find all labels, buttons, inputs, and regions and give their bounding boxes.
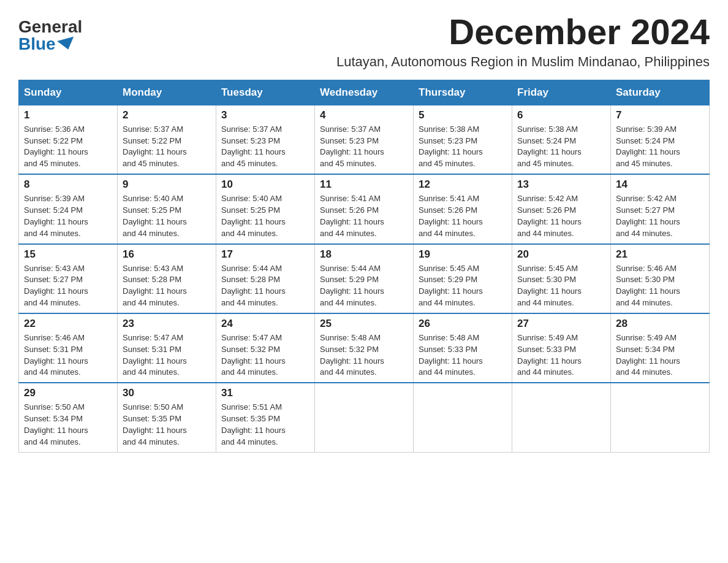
day-info: Sunrise: 5:38 AM Sunset: 5:24 PM Dayligh… bbox=[517, 124, 605, 170]
weekday-header-saturday: Saturday bbox=[611, 80, 710, 105]
calendar-week-row: 8 Sunrise: 5:39 AM Sunset: 5:24 PM Dayli… bbox=[19, 174, 710, 243]
calendar-cell: 17 Sunrise: 5:44 AM Sunset: 5:28 PM Dayl… bbox=[216, 244, 315, 313]
weekday-header-monday: Monday bbox=[118, 80, 216, 105]
calendar-cell: 30 Sunrise: 5:50 AM Sunset: 5:35 PM Dayl… bbox=[118, 383, 216, 452]
day-number: 20 bbox=[517, 248, 605, 261]
weekday-header-wednesday: Wednesday bbox=[315, 80, 414, 105]
day-info: Sunrise: 5:51 AM Sunset: 5:35 PM Dayligh… bbox=[221, 402, 309, 448]
calendar-week-row: 22 Sunrise: 5:46 AM Sunset: 5:31 PM Dayl… bbox=[19, 313, 710, 383]
page-header: General Blue December 2024 Lutayan, Auto… bbox=[18, 12, 710, 70]
weekday-header-tuesday: Tuesday bbox=[216, 80, 315, 105]
day-number: 27 bbox=[517, 318, 605, 330]
day-info: Sunrise: 5:46 AM Sunset: 5:30 PM Dayligh… bbox=[616, 263, 704, 309]
day-number: 4 bbox=[320, 109, 408, 121]
calendar-cell: 5 Sunrise: 5:38 AM Sunset: 5:23 PM Dayli… bbox=[414, 105, 512, 174]
day-number: 3 bbox=[221, 109, 309, 121]
day-info: Sunrise: 5:48 AM Sunset: 5:33 PM Dayligh… bbox=[419, 332, 507, 378]
day-info: Sunrise: 5:40 AM Sunset: 5:25 PM Dayligh… bbox=[123, 193, 211, 239]
day-info: Sunrise: 5:49 AM Sunset: 5:34 PM Dayligh… bbox=[616, 332, 704, 378]
logo: General Blue bbox=[18, 18, 82, 53]
day-info: Sunrise: 5:45 AM Sunset: 5:30 PM Dayligh… bbox=[517, 263, 605, 309]
calendar-cell: 6 Sunrise: 5:38 AM Sunset: 5:24 PM Dayli… bbox=[512, 105, 611, 174]
calendar-cell: 28 Sunrise: 5:49 AM Sunset: 5:34 PM Dayl… bbox=[611, 313, 710, 383]
calendar-cell: 23 Sunrise: 5:47 AM Sunset: 5:31 PM Dayl… bbox=[118, 313, 216, 383]
calendar-cell: 13 Sunrise: 5:42 AM Sunset: 5:26 PM Dayl… bbox=[512, 174, 611, 243]
day-number: 16 bbox=[123, 248, 211, 261]
weekday-header-friday: Friday bbox=[512, 80, 611, 105]
logo-blue-text: Blue bbox=[18, 36, 75, 53]
day-info: Sunrise: 5:36 AM Sunset: 5:22 PM Dayligh… bbox=[24, 124, 112, 170]
calendar-cell: 25 Sunrise: 5:48 AM Sunset: 5:32 PM Dayl… bbox=[315, 313, 414, 383]
day-info: Sunrise: 5:37 AM Sunset: 5:23 PM Dayligh… bbox=[221, 124, 309, 170]
calendar-cell: 15 Sunrise: 5:43 AM Sunset: 5:27 PM Dayl… bbox=[19, 244, 118, 313]
day-number: 31 bbox=[221, 387, 309, 399]
logo-general-text: General bbox=[18, 18, 82, 36]
calendar-cell: 18 Sunrise: 5:44 AM Sunset: 5:29 PM Dayl… bbox=[315, 244, 414, 313]
calendar-week-row: 1 Sunrise: 5:36 AM Sunset: 5:22 PM Dayli… bbox=[19, 105, 710, 174]
calendar-cell: 9 Sunrise: 5:40 AM Sunset: 5:25 PM Dayli… bbox=[118, 174, 216, 243]
day-info: Sunrise: 5:42 AM Sunset: 5:26 PM Dayligh… bbox=[517, 193, 605, 239]
day-number: 29 bbox=[24, 387, 112, 399]
calendar-cell bbox=[414, 383, 512, 452]
day-number: 8 bbox=[24, 178, 112, 191]
calendar-cell: 20 Sunrise: 5:45 AM Sunset: 5:30 PM Dayl… bbox=[512, 244, 611, 313]
day-number: 10 bbox=[221, 178, 309, 191]
calendar-cell: 11 Sunrise: 5:41 AM Sunset: 5:26 PM Dayl… bbox=[315, 174, 414, 243]
day-number: 25 bbox=[320, 318, 408, 330]
calendar-week-row: 15 Sunrise: 5:43 AM Sunset: 5:27 PM Dayl… bbox=[19, 244, 710, 313]
day-info: Sunrise: 5:47 AM Sunset: 5:31 PM Dayligh… bbox=[123, 332, 211, 378]
calendar-table: SundayMondayTuesdayWednesdayThursdayFrid… bbox=[18, 80, 710, 453]
calendar-cell: 3 Sunrise: 5:37 AM Sunset: 5:23 PM Dayli… bbox=[216, 105, 315, 174]
day-number: 6 bbox=[517, 109, 605, 121]
day-number: 24 bbox=[221, 318, 309, 330]
calendar-cell: 8 Sunrise: 5:39 AM Sunset: 5:24 PM Dayli… bbox=[19, 174, 118, 243]
calendar-cell: 14 Sunrise: 5:42 AM Sunset: 5:27 PM Dayl… bbox=[611, 174, 710, 243]
day-number: 11 bbox=[320, 178, 408, 191]
calendar-cell: 7 Sunrise: 5:39 AM Sunset: 5:24 PM Dayli… bbox=[611, 105, 710, 174]
day-info: Sunrise: 5:44 AM Sunset: 5:28 PM Dayligh… bbox=[221, 263, 309, 309]
day-info: Sunrise: 5:37 AM Sunset: 5:22 PM Dayligh… bbox=[123, 124, 211, 170]
day-number: 21 bbox=[616, 248, 704, 261]
calendar-cell: 29 Sunrise: 5:50 AM Sunset: 5:34 PM Dayl… bbox=[19, 383, 118, 452]
weekday-header-sunday: Sunday bbox=[19, 80, 118, 105]
day-number: 2 bbox=[123, 109, 211, 121]
calendar-cell: 1 Sunrise: 5:36 AM Sunset: 5:22 PM Dayli… bbox=[19, 105, 118, 174]
calendar-cell: 22 Sunrise: 5:46 AM Sunset: 5:31 PM Dayl… bbox=[19, 313, 118, 383]
day-info: Sunrise: 5:37 AM Sunset: 5:23 PM Dayligh… bbox=[320, 124, 408, 170]
day-info: Sunrise: 5:42 AM Sunset: 5:27 PM Dayligh… bbox=[616, 193, 704, 239]
day-info: Sunrise: 5:44 AM Sunset: 5:29 PM Dayligh… bbox=[320, 263, 408, 309]
calendar-cell: 24 Sunrise: 5:47 AM Sunset: 5:32 PM Dayl… bbox=[216, 313, 315, 383]
day-info: Sunrise: 5:43 AM Sunset: 5:28 PM Dayligh… bbox=[123, 263, 211, 309]
day-number: 5 bbox=[419, 109, 507, 121]
day-info: Sunrise: 5:41 AM Sunset: 5:26 PM Dayligh… bbox=[419, 193, 507, 239]
calendar-cell: 2 Sunrise: 5:37 AM Sunset: 5:22 PM Dayli… bbox=[118, 105, 216, 174]
day-info: Sunrise: 5:40 AM Sunset: 5:25 PM Dayligh… bbox=[221, 193, 309, 239]
calendar-cell: 16 Sunrise: 5:43 AM Sunset: 5:28 PM Dayl… bbox=[118, 244, 216, 313]
calendar-cell: 31 Sunrise: 5:51 AM Sunset: 5:35 PM Dayl… bbox=[216, 383, 315, 452]
day-info: Sunrise: 5:43 AM Sunset: 5:27 PM Dayligh… bbox=[24, 263, 112, 309]
calendar-title: December 2024 bbox=[94, 12, 710, 52]
calendar-cell: 27 Sunrise: 5:49 AM Sunset: 5:33 PM Dayl… bbox=[512, 313, 611, 383]
day-number: 13 bbox=[517, 178, 605, 191]
day-info: Sunrise: 5:46 AM Sunset: 5:31 PM Dayligh… bbox=[24, 332, 112, 378]
day-number: 18 bbox=[320, 248, 408, 261]
day-number: 14 bbox=[616, 178, 704, 191]
calendar-cell: 26 Sunrise: 5:48 AM Sunset: 5:33 PM Dayl… bbox=[414, 313, 512, 383]
day-number: 30 bbox=[123, 387, 211, 399]
day-number: 26 bbox=[419, 318, 507, 330]
calendar-cell bbox=[512, 383, 611, 452]
calendar-header-row: SundayMondayTuesdayWednesdayThursdayFrid… bbox=[19, 80, 710, 105]
weekday-header-thursday: Thursday bbox=[414, 80, 512, 105]
calendar-subtitle: Lutayan, Autonomous Region in Muslim Min… bbox=[94, 54, 710, 70]
calendar-cell: 12 Sunrise: 5:41 AM Sunset: 5:26 PM Dayl… bbox=[414, 174, 512, 243]
day-info: Sunrise: 5:48 AM Sunset: 5:32 PM Dayligh… bbox=[320, 332, 408, 378]
day-number: 17 bbox=[221, 248, 309, 261]
calendar-cell: 21 Sunrise: 5:46 AM Sunset: 5:30 PM Dayl… bbox=[611, 244, 710, 313]
day-number: 7 bbox=[616, 109, 704, 121]
calendar-cell: 4 Sunrise: 5:37 AM Sunset: 5:23 PM Dayli… bbox=[315, 105, 414, 174]
calendar-cell bbox=[611, 383, 710, 452]
day-info: Sunrise: 5:45 AM Sunset: 5:29 PM Dayligh… bbox=[419, 263, 507, 309]
calendar-cell: 10 Sunrise: 5:40 AM Sunset: 5:25 PM Dayl… bbox=[216, 174, 315, 243]
calendar-cell: 19 Sunrise: 5:45 AM Sunset: 5:29 PM Dayl… bbox=[414, 244, 512, 313]
day-number: 9 bbox=[123, 178, 211, 191]
